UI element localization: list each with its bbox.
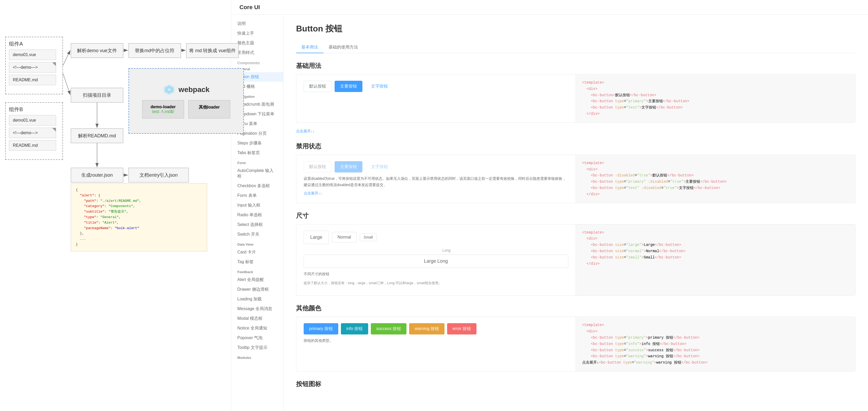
colors-desc: 按钮的其他类型。 bbox=[304, 338, 568, 344]
process-convert: 将 md 转换成 vue组件 bbox=[186, 43, 239, 58]
sidebar-section-form: Form bbox=[231, 158, 283, 166]
comp-a-comment-file: <!—demo—> bbox=[9, 62, 56, 73]
process-replace: 替换md中的占位符 bbox=[128, 43, 181, 58]
svg-line-7 bbox=[63, 73, 70, 95]
sidebar-item-theme[interactable]: 颜色主题 bbox=[231, 38, 283, 48]
section-size-title: 尺寸 bbox=[296, 212, 856, 220]
sidebar-item-autocomplete[interactable]: AutoComplete 输入框 bbox=[231, 166, 283, 181]
colors-section: primary 按钮 info 按钮 success 按钮 warning 按钮… bbox=[296, 317, 856, 372]
basic-code-col: <template> <div> <bc-button>默认按钮</bc-but… bbox=[576, 74, 856, 122]
demo-loader-box: demo-loader test: /\.md$/ bbox=[142, 100, 184, 119]
section-icon-title: 按钮图标 bbox=[296, 380, 856, 388]
sidebar-item-checkbox[interactable]: Checkbox 多选框 bbox=[231, 181, 283, 191]
sidebar-item-select[interactable]: Select 选择框 bbox=[231, 220, 283, 230]
normal-button[interactable]: Normal bbox=[332, 232, 356, 243]
docs-panel: Core UI 说明 快速上手 颜色主题 常用样式 Components Gen… bbox=[231, 0, 868, 411]
sidebar-item-input[interactable]: Input 输入框 bbox=[231, 200, 283, 210]
sub-nav-basic-usage[interactable]: 基础的使用方法 bbox=[323, 42, 363, 53]
color-warning-button[interactable]: warning 按钮 bbox=[409, 323, 444, 335]
main-content: Button 按钮 基本用法 基础的使用方法 基础用法 默认按钮 主要按钮 文字… bbox=[283, 15, 868, 411]
sidebar-item-radio[interactable]: Radio 单选框 bbox=[231, 210, 283, 220]
component-b-box: 组件B demo01.vue <!—demo—> README.md bbox=[5, 102, 63, 160]
text-disabled-button[interactable]: 文字按钮 bbox=[366, 161, 393, 172]
default-disabled-button[interactable]: 默认按钮 bbox=[304, 161, 332, 172]
process-gen-entry: 文档entry引入json bbox=[128, 168, 189, 183]
sidebar-item-card[interactable]: Card 卡片 bbox=[231, 247, 283, 257]
app-header: Core UI bbox=[231, 0, 868, 15]
demo-loader-label: demo-loader bbox=[148, 104, 179, 109]
sidebar-item-message[interactable]: Message 全局消息 bbox=[231, 304, 283, 314]
sidebar-item-steps[interactable]: Steps 步骤条 bbox=[231, 138, 283, 148]
sidebar-section-dataview: Data View bbox=[231, 239, 283, 247]
sidebar-item-tag[interactable]: Tag 标签 bbox=[231, 257, 283, 267]
diagram-panel: 组件A demo01.vue <!—demo—> README.md 组件B d… bbox=[0, 0, 231, 411]
size-section: Large Normal Small Long Large Long 不同尺寸的… bbox=[296, 224, 856, 296]
comp-a-label: 组件A bbox=[9, 40, 59, 48]
sidebar-item-switch[interactable]: Switch 开关 bbox=[231, 230, 283, 239]
color-error-button[interactable]: error 按钮 bbox=[447, 323, 476, 335]
text-button[interactable]: 文字按钮 bbox=[366, 81, 393, 92]
sidebar-item-popover[interactable]: Popover 气泡 bbox=[231, 333, 283, 343]
section-colors-title: 其他颜色 bbox=[296, 304, 856, 312]
sidebar-item-loading[interactable]: Loading 加载 bbox=[231, 294, 283, 304]
svg-line-4 bbox=[63, 50, 70, 66]
sidebar-section-feedback: Feedback bbox=[231, 267, 283, 275]
sidebar-item-notice[interactable]: Notice 全局通知 bbox=[231, 323, 283, 333]
sidebar-item-modal[interactable]: Modal 模态框 bbox=[231, 314, 283, 323]
primary-disabled-button[interactable]: 主要按钮 bbox=[335, 161, 363, 172]
disabled-section: 默认按钮 主要按钮 文字按钮 设置disabled为true，可将按钮设置为不可… bbox=[296, 155, 856, 203]
webpack-icon: W bbox=[163, 83, 176, 96]
demo-loader-test: test: /\.md$/ bbox=[148, 109, 179, 114]
other-loader-label: 其他loader bbox=[194, 104, 225, 110]
sidebar-item-tooltip[interactable]: Tooltip 文字提示 bbox=[231, 343, 283, 352]
basic-show-more[interactable]: 点击展开↓↓ bbox=[296, 129, 856, 134]
size-demo-col: Large Normal Small Long Large Long 不同尺寸的… bbox=[296, 224, 576, 296]
primary-button[interactable]: 主要按钮 bbox=[335, 81, 363, 92]
disabled-desc: 设置disabled为true，可将按钮设置为不可用状态。如果无入场位，页面上显… bbox=[304, 176, 568, 188]
color-success-button[interactable]: success 按钮 bbox=[371, 323, 406, 335]
comp-a-vue-file: demo01.vue bbox=[9, 50, 56, 60]
sidebar-item-tabs[interactable]: Tabs 标签页 bbox=[231, 148, 283, 158]
color-primary-button[interactable]: primary 按钮 bbox=[304, 323, 338, 335]
json-box: { "alert": { "path": "./alert/README.md"… bbox=[71, 184, 207, 251]
app-title: Core UI bbox=[240, 4, 260, 11]
small-button[interactable]: Small bbox=[360, 233, 377, 241]
process-scan: 扫描项目目录 bbox=[71, 88, 123, 102]
basic-demo-col: 默认按钮 主要按钮 文字按钮 bbox=[296, 74, 576, 122]
sidebar-item-quickstart[interactable]: 快速上手 bbox=[231, 29, 283, 38]
sidebar-item-drawer[interactable]: Drawer 侧边滑框 bbox=[231, 285, 283, 294]
size-detail-text: 不同尺寸的按钮 bbox=[304, 271, 568, 277]
disabled-show-more[interactable]: 点击展开↓↓ bbox=[304, 191, 568, 196]
comp-a-md-file: README.md bbox=[9, 75, 56, 85]
disabled-code-col: <template> <div> <bc-button :disabled="t… bbox=[576, 155, 856, 203]
size-detail-desc: 提供了默认大小，按钮还有：long，large，small三种，Long 可以和… bbox=[304, 280, 568, 286]
sidebar-section-components: Components bbox=[231, 58, 283, 66]
sidebar-item-intro[interactable]: 说明 bbox=[231, 19, 283, 29]
size-code-col: <template> <div> <bc-button size="large"… bbox=[576, 224, 856, 296]
sub-nav-basic[interactable]: 基本用法 bbox=[296, 42, 323, 53]
large-button[interactable]: Large bbox=[304, 231, 329, 244]
sidebar-item-form[interactable]: Form 表单 bbox=[231, 191, 283, 200]
large-long-button[interactable]: Large Long bbox=[304, 254, 568, 268]
basic-usage-section: 默认按钮 主要按钮 文字按钮 <template> <div> <bc-butt… bbox=[296, 74, 856, 123]
color-info-button[interactable]: info 按钮 bbox=[341, 323, 368, 335]
sub-nav[interactable]: 基本用法 基础的使用方法 bbox=[296, 42, 856, 53]
other-loader-box: 其他loader bbox=[188, 100, 230, 119]
process-parse-readme: 解析READMD.md bbox=[71, 128, 123, 143]
component-a-box: 组件A demo01.vue <!—demo—> README.md bbox=[5, 37, 63, 94]
default-button[interactable]: 默认按钮 bbox=[304, 81, 332, 92]
svg-text:W: W bbox=[168, 88, 170, 91]
comp-b-vue-file: demo01.vue bbox=[9, 115, 56, 126]
long-label: Long bbox=[304, 248, 568, 252]
comp-b-comment-file: <!—demo—> bbox=[9, 128, 56, 138]
sidebar-item-styles[interactable]: 常用样式 bbox=[231, 48, 283, 58]
disabled-demo-col: 默认按钮 主要按钮 文字按钮 设置disabled为true，可将按钮设置为不可… bbox=[296, 155, 576, 203]
colors-demo-col: primary 按钮 info 按钮 success 按钮 warning 按钮… bbox=[296, 317, 576, 371]
webpack-box: W webpack demo-loader test: /\.md$/ 其他lo… bbox=[128, 68, 244, 134]
section-disabled-title: 禁用状态 bbox=[296, 142, 856, 151]
comp-b-md-file: README.md bbox=[9, 140, 56, 151]
sidebar-item-alert[interactable]: Alert 全局提醒 bbox=[231, 275, 283, 285]
section-basic-title: 基础用法 bbox=[296, 62, 856, 70]
sidebar-section-modules: Modules bbox=[231, 352, 283, 361]
colors-code-col: <template> <div> <bc-button type="primar… bbox=[576, 317, 856, 371]
